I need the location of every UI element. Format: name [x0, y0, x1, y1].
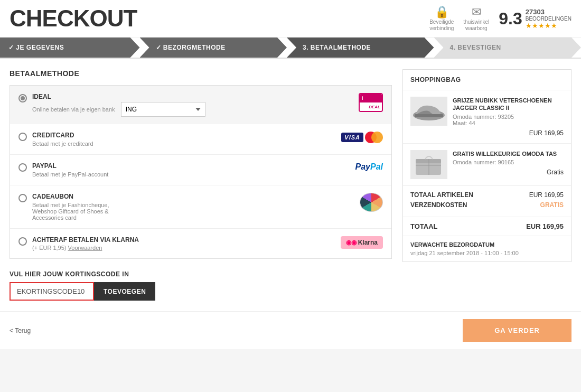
klarna-label: ACHTERAF BETALEN VIA KLARNA: [32, 236, 341, 244]
step-label-3: BETAALMETHODE: [311, 44, 371, 51]
step-label-4: BEVESTIGEN: [457, 44, 501, 51]
bag-item-2: GRATIS WILLEKEURIGE OMODA TAS Omoda numm…: [403, 144, 571, 186]
step-gegevens[interactable]: ✓ JE GEGEVENS: [0, 38, 140, 58]
bag-item-2-info: GRATIS WILLEKEURIGE OMODA TAS Omoda numm…: [453, 150, 564, 179]
creditcard-option[interactable]: CREDITCARD Betaal met je creditcard VISA: [10, 124, 391, 155]
step-check-2: ✓: [156, 44, 163, 51]
payment-methods-list: IDEAL Online betalen via je eigen bank I…: [10, 85, 392, 259]
discount-input[interactable]: [10, 282, 94, 301]
ideal-radio[interactable]: [18, 94, 27, 102]
bag-item-2-img: [410, 150, 447, 179]
ideal-logo-container: i DEAL: [359, 93, 383, 112]
paypal-radio[interactable]: [18, 163, 27, 172]
step-check-1: ✓: [8, 44, 16, 51]
totaal-label: TOTAAL: [410, 222, 438, 230]
trust-secure: 🔒 Beveiligdeverbinding: [429, 5, 454, 32]
paypal-option[interactable]: PAYPAL Betaal met je PayPal-account PayP…: [10, 155, 391, 185]
ideal-option[interactable]: IDEAL Online betalen via je eigen bank I…: [10, 86, 391, 124]
rating-score: 9.3: [499, 9, 522, 29]
ideal-logo: i DEAL: [359, 93, 383, 112]
discount-label: VUL HIER JOUW KORTINGSCODE IN: [10, 270, 392, 278]
paypal-logo: PayPal: [355, 162, 383, 172]
total-row: TOTAAL EUR 169,95: [410, 222, 564, 230]
header: CHECKOUT 🔒 Beveiligdeverbinding ✉ thuisw…: [0, 0, 581, 38]
rating-block: 9.3 27303 BEOORDELINGEN ★★★★★: [499, 8, 571, 30]
bag-item-1-name: GRIJZE NUBIKK VETERSCHOENEN JAGGER CLASS…: [453, 97, 564, 112]
lock-icon: 🔒: [435, 5, 449, 19]
creditcard-radio[interactable]: [18, 133, 27, 141]
step-betaalmethode[interactable]: 3. BETAALMETHODE: [287, 38, 434, 58]
klarna-radio[interactable]: [18, 237, 27, 246]
continue-button[interactable]: GA VERDER: [463, 319, 571, 342]
klarna-extra: (+ EUR 1,95) Voorwaarden: [32, 245, 341, 251]
klarna-option[interactable]: ACHTERAF BETALEN VIA KLARNA (+ EUR 1,95)…: [10, 229, 391, 258]
klarna-logo: ◉◉ Klarna: [341, 236, 383, 249]
bag-svg: [410, 151, 447, 178]
totaal-artikelen-label: TOTAAL ARTIKELEN: [410, 191, 473, 199]
step-bezorgmethode[interactable]: ✓ BEZORGMETHODE: [140, 38, 287, 58]
reviews-label: BEOORDELINGEN: [526, 16, 571, 22]
shopping-bag: SHOPPINGBAG GRIJZE NUBIKK VETERSCHOENEN …: [402, 69, 571, 262]
step-num-4: 4.: [450, 44, 458, 51]
reviews-count: 27303: [526, 8, 571, 16]
creditcard-logos: VISA: [341, 132, 383, 143]
ideal-option-header[interactable]: IDEAL Online betalen via je eigen bank I…: [10, 86, 391, 124]
discount-section: VUL HIER JOUW KORTINGSCODE IN TOEVOEGEN: [10, 270, 392, 301]
shoe-svg: [410, 99, 447, 123]
totaal-artikelen-value: EUR 169,95: [529, 191, 564, 199]
bag-item-1: GRIJZE NUBIKK VETERSCHOENEN JAGGER CLASS…: [403, 90, 571, 144]
paypal-desc: Betaal met je PayPal-account: [32, 171, 355, 178]
delivery-label: VERWACHTE BEZORGDATUM: [410, 241, 564, 248]
page-title: CHECKOUT: [10, 5, 137, 32]
totals-row-2: VERZENDKOSTEN GRATIS: [410, 201, 564, 209]
bag-item-2-price: Gratis: [453, 169, 564, 176]
payment-section-title: BETAALMETHODE: [10, 69, 392, 78]
bag-item-1-size: Maat: 44: [453, 120, 564, 126]
ideal-desc: Online betalen via je eigen bank ING ABN…: [32, 102, 359, 117]
stars: ★★★★★: [526, 22, 571, 30]
bag-item-1-img: [410, 97, 447, 126]
trust-thuiswinkel: ✉ thuiswinkelwaarborg: [463, 5, 489, 32]
bag-item-1-info: GRIJZE NUBIKK VETERSCHOENEN JAGGER CLASS…: [453, 97, 564, 137]
right-column: SHOPPINGBAG GRIJZE NUBIKK VETERSCHOENEN …: [402, 69, 571, 262]
discount-button[interactable]: TOEVOEGEN: [94, 282, 155, 301]
cadeaubon-radio[interactable]: [18, 194, 27, 202]
main-content: BETAALMETHODE IDEAL Online betalen via j…: [0, 59, 581, 311]
step-num-3: 3.: [303, 44, 311, 51]
svg-rect-3: [416, 159, 441, 163]
svg-rect-1: [415, 114, 443, 117]
trust-badges: 🔒 Beveiligdeverbinding ✉ thuiswinkelwaar…: [429, 5, 571, 32]
envelope-icon: ✉: [472, 5, 481, 19]
step-bevestigen: 4. BEVESTIGEN: [434, 38, 582, 58]
mastercard-logo: [365, 132, 383, 143]
bag-item-2-omoda: Omoda nummer: 90165: [453, 159, 564, 165]
bottom-bar: < Terug GA VERDER: [0, 311, 581, 349]
bag-total: TOTAAL EUR 169,95: [403, 217, 571, 236]
cadeaubon-option[interactable]: CADEAUBON Betaal met je Fashioncheque, W…: [10, 185, 391, 229]
verzendkosten-label: VERZENDKOSTEN: [410, 201, 467, 209]
checkout-steps: ✓ JE GEGEVENS ✓ BEZORGMETHODE 3. BETAALM…: [0, 38, 581, 59]
verzendkosten-value: GRATIS: [540, 201, 564, 209]
paypal-label: PAYPAL: [32, 162, 355, 170]
left-column: BETAALMETHODE IDEAL Online betalen via j…: [10, 69, 392, 301]
fashion-logo: [360, 193, 383, 212]
creditcard-label: CREDITCARD: [32, 132, 341, 139]
ideal-label: IDEAL: [32, 93, 359, 100]
discount-row: TOEVOEGEN: [10, 282, 392, 301]
creditcard-desc: Betaal met je creditcard: [32, 141, 341, 147]
bag-delivery: VERWACHTE BEZORGDATUM vrijdag 21 septemb…: [403, 236, 571, 262]
cadeaubon-label: CADEAUBON: [32, 193, 360, 200]
back-link[interactable]: < Terug: [10, 327, 31, 334]
totaal-value: EUR 169,95: [526, 222, 564, 230]
totals-row-1: TOTAAL ARTIKELEN EUR 169,95: [410, 191, 564, 199]
bag-title: SHOPPINGBAG: [403, 70, 571, 90]
klarna-voorwaarden-link[interactable]: Voorwaarden: [68, 245, 102, 251]
step-label-2: BEZORGMETHODE: [163, 44, 226, 51]
bank-select[interactable]: ING ABN AMRO Rabobank SNS Bank ASN Bank: [121, 102, 205, 117]
delivery-date: vrijdag 21 september 2018 - 11:00 - 15:0…: [410, 250, 564, 256]
bag-totals: TOTAAL ARTIKELEN EUR 169,95 VERZENDKOSTE…: [403, 186, 571, 217]
rating-info: 27303 BEOORDELINGEN ★★★★★: [526, 8, 571, 30]
cadeaubon-desc: Betaal met je Fashioncheque, Webshop Gif…: [32, 202, 360, 221]
bag-item-1-price: EUR 169,95: [453, 129, 564, 137]
bag-item-2-name: GRATIS WILLEKEURIGE OMODA TAS: [453, 150, 564, 157]
